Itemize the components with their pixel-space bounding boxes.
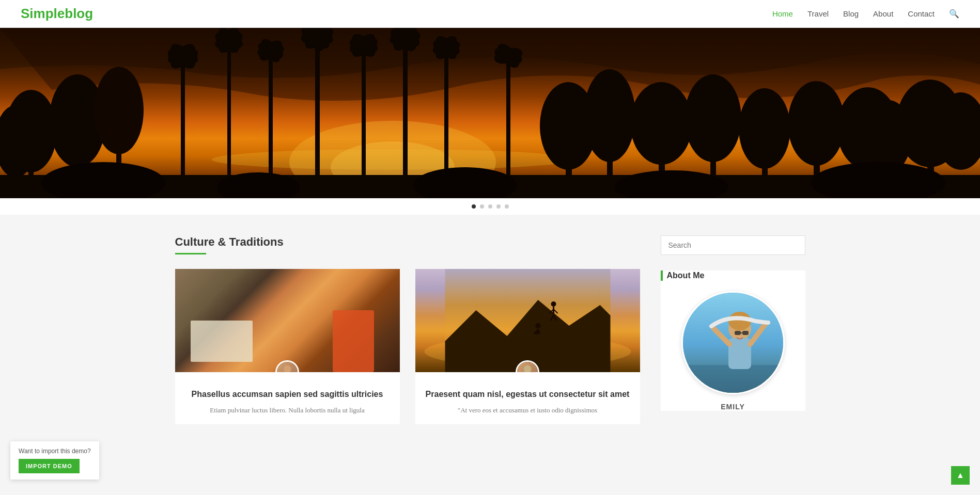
post-excerpt-1: Etiam pulvinar luctus libero. Nulla lobo…: [185, 405, 390, 416]
main-container: Culture & Traditions: [165, 215, 816, 445]
site-logo[interactable]: Simpleblog: [21, 6, 93, 22]
slider-dot-5[interactable]: [505, 204, 509, 209]
hero-slider: [0, 28, 980, 198]
about-section: About Me: [661, 270, 805, 411]
slider-dot-2[interactable]: [480, 204, 484, 209]
posts-grid: Phasellus accumsan sapien sed sagittis u…: [175, 269, 640, 424]
sidebar: About Me: [661, 235, 805, 424]
post-card-2: Praesent quam nisl, egestas ut consectet…: [415, 269, 640, 424]
post-card-1: Phasellus accumsan sapien sed sagittis u…: [175, 269, 400, 424]
post-body-2: Praesent quam nisl, egestas ut consectet…: [415, 372, 640, 424]
svg-rect-92: [683, 365, 785, 394]
post-image-1[interactable]: [175, 269, 400, 372]
post-title-2[interactable]: Praesent quam nisl, egestas ut consectet…: [426, 389, 630, 400]
avatar-inner-2: [517, 362, 538, 372]
post-excerpt-2: "At vero eos et accusamus et iusto odio …: [426, 405, 630, 416]
nav-item-home[interactable]: Home: [772, 9, 793, 19]
section-title: Culture & Traditions: [175, 235, 640, 249]
svg-rect-99: [742, 331, 749, 335]
nav-item-blog[interactable]: Blog: [843, 9, 859, 19]
nav-link-home[interactable]: Home: [772, 9, 793, 18]
import-demo-bar: Want to import this demo? IMPORT DEMO: [10, 441, 99, 445]
header: Simpleblog Home Travel Blog About Contac…: [0, 0, 980, 28]
content-area: Culture & Traditions: [175, 235, 640, 424]
section-underline: [175, 253, 206, 254]
slider-dots: [0, 198, 980, 215]
about-avatar: [681, 291, 785, 394]
about-avatar-container: [661, 291, 805, 394]
svg-rect-17: [227, 38, 231, 198]
svg-point-3: [212, 149, 573, 170]
svg-point-87: [535, 323, 540, 328]
post-title-1[interactable]: Phasellus accumsan sapien sed sagittis u…: [185, 389, 390, 400]
about-name: EMILY: [661, 403, 805, 411]
nav-item-about[interactable]: About: [873, 9, 893, 19]
post-image-2[interactable]: [415, 269, 640, 372]
about-avatar-bg: [683, 293, 783, 393]
slider-dot-4[interactable]: [496, 204, 501, 209]
nav-item-travel[interactable]: Travel: [807, 9, 829, 19]
about-title-text: About Me: [667, 271, 705, 280]
svg-point-81: [551, 301, 556, 307]
about-title: About Me: [661, 270, 805, 281]
nav-link-about[interactable]: About: [873, 9, 893, 18]
svg-rect-98: [735, 331, 741, 335]
post-avatar-1: [275, 360, 299, 372]
nav-link-travel[interactable]: Travel: [807, 9, 829, 18]
main-nav: Home Travel Blog About Contact 🔍: [772, 9, 959, 19]
about-title-bar: [661, 270, 663, 281]
avatar-inner-1: [277, 362, 298, 372]
nav-link-blog[interactable]: Blog: [843, 9, 859, 18]
svg-rect-95: [728, 338, 751, 369]
search-input[interactable]: [661, 235, 805, 255]
svg-rect-38: [403, 36, 408, 198]
slider-dot-1[interactable]: [472, 204, 476, 209]
nav-search-icon[interactable]: 🔍: [949, 9, 959, 19]
post-body-1: Phasellus accumsan sapien sed sagittis u…: [175, 372, 400, 424]
svg-rect-27: [315, 33, 320, 198]
slider-dot-3[interactable]: [488, 204, 492, 209]
nav-item-contact[interactable]: Contact: [908, 9, 935, 19]
nav-link-contact[interactable]: Contact: [908, 9, 935, 18]
